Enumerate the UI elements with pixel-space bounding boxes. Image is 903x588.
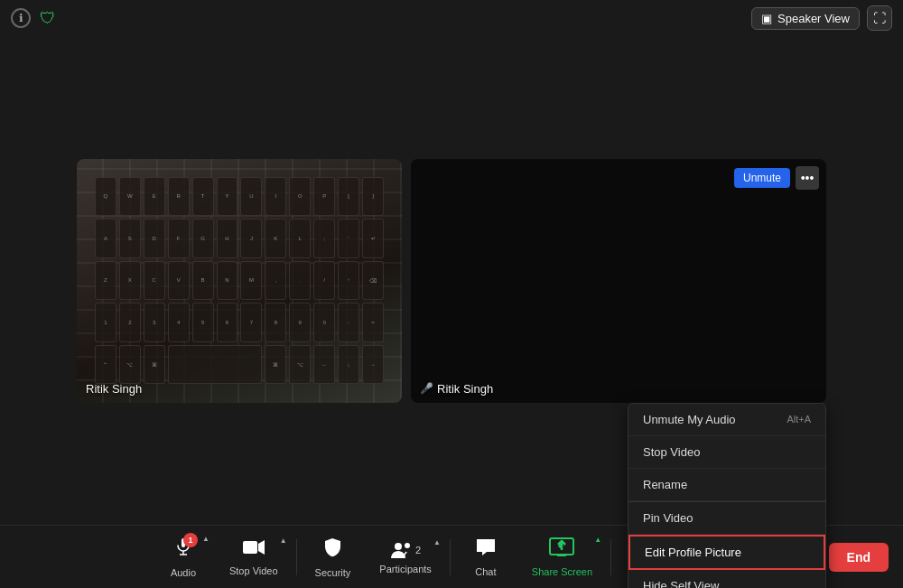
key: F [168, 219, 190, 258]
stop-video-icon [242, 538, 265, 562]
speaker-view-label: Speaker View [777, 12, 850, 25]
participants-count: 2 [415, 545, 421, 555]
key: ' [338, 219, 359, 258]
toolbar-item-security[interactable]: Security [301, 529, 366, 585]
key: / [313, 261, 335, 301]
key: V [168, 261, 190, 301]
video-tile-left: Q W E R T Y U I O P [ ] A S D F G H J K [77, 159, 402, 403]
key: R [168, 177, 190, 217]
key: 2 [119, 303, 141, 342]
key [168, 345, 263, 385]
key: 4 [168, 303, 190, 342]
share-screen-icon [549, 537, 574, 563]
top-bar: ℹ 🛡 ▣ Speaker View ⛶ [0, 0, 903, 36]
tile-controls: Unmute ••• [734, 166, 819, 190]
key: ] [362, 177, 384, 217]
menu-item-stop-video[interactable]: Stop Video [628, 436, 825, 469]
key: ⌘ [265, 345, 286, 385]
keyboard-keys-visual: Q W E R T Y U I O P [ ] A S D F G H J K [95, 177, 384, 385]
key: W [119, 177, 141, 217]
key: = [362, 303, 384, 342]
key: J [240, 219, 262, 258]
toolbar-item-stop-video[interactable]: ▲ Stop Video [215, 531, 293, 583]
menu-item-pin-video[interactable]: Pin Video [628, 502, 825, 535]
key: ⌥ [289, 345, 311, 385]
menu-item-unmute-audio-label: Unmute My Audio [643, 413, 736, 426]
mic-muted-icon: 🎤 [420, 382, 433, 395]
key: Z [95, 261, 116, 301]
key: ↵ [362, 219, 384, 258]
key: ← [313, 345, 335, 385]
key: 9 [289, 303, 311, 342]
key: ⌥ [119, 345, 141, 385]
toolbar-item-participants[interactable]: ▲ 2 Participants [365, 533, 445, 582]
key: Y [217, 177, 238, 217]
video-tile-right: Unmute ••• 🎤 Ritik Singh Unmute My Audio… [411, 159, 826, 403]
menu-item-edit-profile[interactable]: Edit Profile Picture [628, 535, 825, 570]
key: , [265, 261, 286, 301]
key: X [119, 261, 141, 301]
menu-item-stop-video-label: Stop Video [643, 445, 700, 459]
key: 5 [192, 303, 214, 342]
keyboard-video-feed: Q W E R T Y U I O P [ ] A S D F G H J K [77, 159, 402, 403]
key: U [240, 177, 262, 217]
key: S [119, 219, 141, 258]
participants-caret: ▲ [433, 538, 441, 546]
toolbar-item-chat[interactable]: Chat [454, 530, 517, 584]
key: Q [95, 177, 116, 217]
menu-item-hide-self-view-label: Hide Self View [643, 579, 719, 589]
share-screen-label: Share Screen [532, 566, 592, 577]
key: 7 [240, 303, 262, 342]
key: K [265, 219, 286, 258]
key: T [192, 177, 214, 217]
key: D [144, 219, 165, 258]
fullscreen-button[interactable]: ⛶ [867, 5, 892, 31]
main-video-area: Q W E R T Y U I O P [ ] A S D F G H J K [0, 36, 903, 525]
security-label: Security [315, 567, 351, 578]
key: H [217, 219, 238, 258]
stop-video-caret: ▲ [280, 537, 287, 545]
key: . [289, 261, 311, 301]
shield-icon-top: 🛡 [38, 8, 58, 28]
key: 3 [144, 303, 165, 342]
key: M [240, 261, 262, 301]
more-options-button[interactable]: ••• [796, 166, 819, 190]
speaker-view-icon: ▣ [761, 12, 772, 25]
speaker-view-button[interactable]: ▣ Speaker View [751, 7, 860, 30]
menu-item-hide-self-view[interactable]: Hide Self View [628, 570, 825, 589]
info-icon[interactable]: ℹ [11, 8, 31, 28]
toolbar-sep-1 [296, 539, 297, 575]
top-bar-right: ▣ Speaker View ⛶ [751, 5, 892, 31]
audio-badge: 1 [183, 533, 198, 547]
key: → [362, 345, 384, 385]
menu-item-rename[interactable]: Rename [628, 469, 825, 501]
end-button[interactable]: End [829, 543, 889, 572]
key: I [265, 177, 286, 217]
key: 1 [95, 303, 116, 342]
unmute-button[interactable]: Unmute [734, 168, 790, 188]
context-menu: Unmute My Audio Alt+A Stop Video Rename … [628, 403, 826, 589]
key: 6 [217, 303, 238, 342]
key: E [144, 177, 165, 217]
key: - [338, 303, 359, 342]
key: ↑ [338, 261, 359, 301]
toolbar-item-share-screen[interactable]: ▲ Share Screen [517, 530, 607, 584]
share-screen-caret: ▲ [594, 536, 601, 544]
svg-point-6 [405, 543, 410, 548]
menu-item-unmute-audio-shortcut: Alt+A [787, 414, 811, 425]
audio-caret: ▲ [202, 535, 209, 543]
key: L [289, 219, 311, 258]
chat-label: Chat [475, 566, 496, 577]
key: A [95, 219, 116, 258]
menu-item-unmute-audio[interactable]: Unmute My Audio Alt+A [628, 404, 825, 436]
key: N [217, 261, 238, 301]
security-icon [322, 537, 342, 564]
key: 0 [313, 303, 335, 342]
key: ; [313, 219, 335, 258]
toolbar-sep-2 [450, 539, 451, 575]
toolbar-item-audio[interactable]: ▲ 1 Audio [152, 529, 215, 585]
audio-icon: 1 [172, 537, 194, 564]
key: O [289, 177, 311, 217]
key: P [313, 177, 335, 217]
participants-label: Participants [379, 564, 431, 574]
